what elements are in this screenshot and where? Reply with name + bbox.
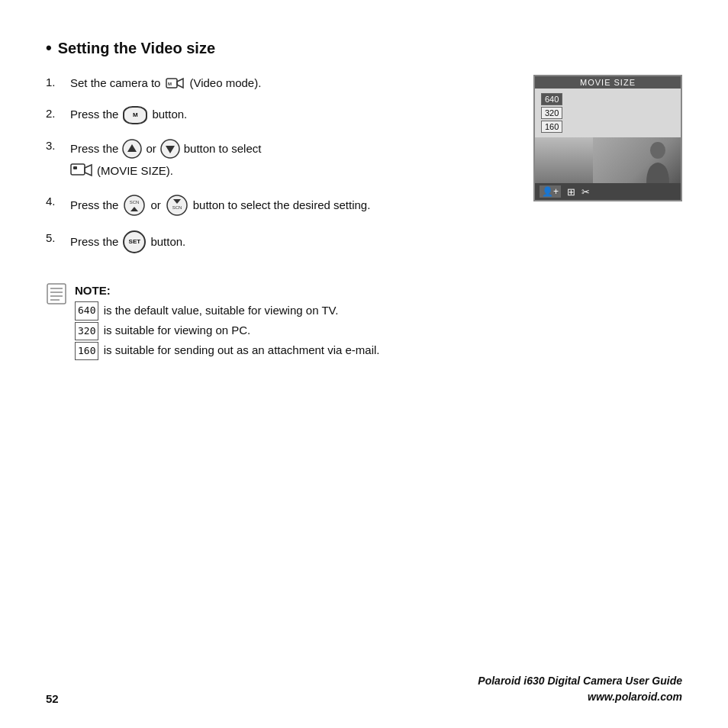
- down-arrow-icon: [159, 138, 181, 159]
- note-content: NOTE: 640 is the default value, suitable…: [75, 281, 380, 360]
- bullet: •: [46, 38, 52, 58]
- page: • Setting the Video size 1. Set the came…: [0, 0, 728, 728]
- note-line-1: 640 is the default value, suitable for v…: [75, 301, 380, 321]
- size-item-320: 320: [541, 107, 562, 119]
- portrait-icon: 👤+: [540, 185, 561, 198]
- note-text-3: is suitable for sending out as an attach…: [104, 343, 380, 356]
- code-160: 160: [75, 342, 98, 360]
- svg-marker-8: [85, 165, 92, 176]
- step-1-content: Set the camera to M (Video mode).: [70, 75, 261, 92]
- size-item-160: 160: [541, 121, 562, 133]
- step-2-num: 2.: [46, 106, 63, 120]
- size-item-640: 640: [541, 93, 562, 105]
- movie-size-icon-bar: 👤+ ⊞ ✂: [535, 183, 681, 200]
- note-line-3: 160 is suitable for sending out as an at…: [75, 340, 380, 360]
- steps-list: 1. Set the camera to M (Video mode). 2. …: [46, 75, 511, 267]
- footer: 52 Polaroid i630 Digital Camera User Gui…: [46, 673, 682, 705]
- scn-down-icon: SCN: [166, 194, 188, 217]
- step-4-num: 4.: [46, 194, 63, 208]
- movie-size-box: MOVIE SIZE 640 320 160 👤+ ⊞: [533, 75, 682, 201]
- expand-icon: ⊞: [567, 186, 575, 198]
- note-icon: [46, 282, 67, 308]
- step-4: 4. Press the SCN or SCN: [46, 194, 511, 217]
- step-3-num: 3.: [46, 138, 63, 152]
- footer-brand: Polaroid i630 Digital Camera User Guide …: [478, 673, 682, 705]
- step-5-num: 5.: [46, 230, 63, 244]
- svg-rect-7: [71, 164, 85, 175]
- note-lines-icon: [46, 282, 67, 305]
- svg-text:M: M: [168, 82, 172, 86]
- up-arrow-icon: [121, 138, 143, 159]
- set-button-icon: SET: [123, 230, 146, 253]
- step-5-content: Press the SET button.: [70, 230, 185, 253]
- section-title: • Setting the Video size: [46, 38, 682, 58]
- svg-rect-9: [73, 166, 77, 169]
- scn-up-icon: SCN: [123, 194, 146, 217]
- svg-point-10: [124, 195, 144, 215]
- person-silhouette: [639, 141, 677, 183]
- camera-screenshot: MOVIE SIZE 640 320 160 👤+ ⊞: [533, 75, 682, 267]
- m-button-icon: M: [123, 106, 147, 124]
- step-3-content: Press the or button to select: [70, 138, 261, 181]
- note-section: NOTE: 640 is the default value, suitable…: [46, 281, 682, 360]
- step-4-content: Press the SCN or SCN button to select: [70, 194, 370, 217]
- steps-area: 1. Set the camera to M (Video mode). 2. …: [46, 75, 682, 267]
- note-label: NOTE:: [75, 284, 111, 297]
- step-5: 5. Press the SET button.: [46, 230, 511, 253]
- page-number: 52: [46, 692, 59, 705]
- svg-rect-17: [47, 284, 66, 304]
- note-title: NOTE:: [75, 281, 380, 301]
- note-line-2: 320 is suitable for viewing on PC.: [75, 321, 380, 340]
- scissors-icon: ✂: [581, 186, 590, 198]
- movie-size-inline-icon: [70, 161, 93, 179]
- svg-text:SCN: SCN: [130, 200, 140, 205]
- page-title: Setting the Video size: [58, 40, 215, 57]
- brand-line-1: Polaroid i630 Digital Camera User Guide: [478, 673, 682, 689]
- brand-line-2: www.polaroid.com: [478, 689, 682, 705]
- step-1: 1. Set the camera to M (Video mode).: [46, 75, 511, 92]
- note-text-2: is suitable for viewing on PC.: [104, 324, 251, 337]
- movie-size-photo: [535, 137, 681, 183]
- step-1-num: 1.: [46, 75, 63, 89]
- svg-point-16: [650, 142, 665, 159]
- step-3: 3. Press the or: [46, 138, 511, 181]
- code-320: 320: [75, 322, 98, 340]
- video-mode-icon: M: [166, 76, 184, 90]
- code-640: 640: [75, 301, 98, 320]
- movie-size-list: 640 320 160: [535, 89, 681, 137]
- svg-text:SCN: SCN: [172, 205, 182, 210]
- svg-marker-1: [177, 79, 183, 88]
- step-2: 2. Press the M button.: [46, 106, 511, 124]
- movie-size-title: MOVIE SIZE: [535, 76, 681, 89]
- step-2-content: Press the M button.: [70, 106, 187, 124]
- note-text-1: is the default value, suitable for viewi…: [104, 304, 339, 317]
